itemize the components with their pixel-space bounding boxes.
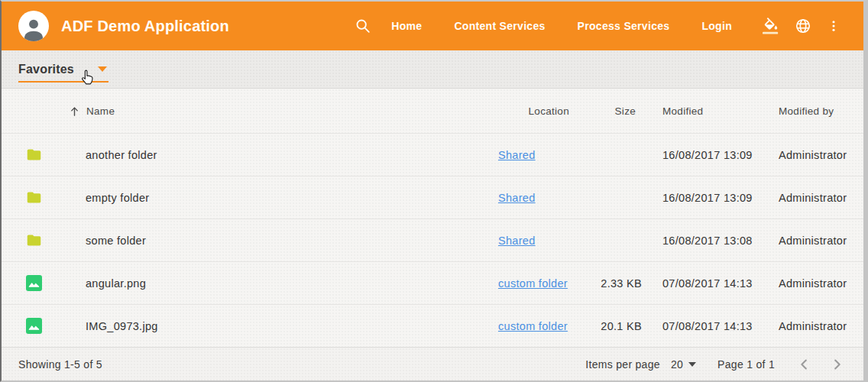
cell-name[interactable]: IMG_0973.jpg <box>86 320 498 332</box>
column-header-modified-by[interactable]: Modified by <box>779 105 850 117</box>
table-header-row: Name Location Size Modified Modified by <box>2 89 863 133</box>
color-fill-icon <box>763 18 779 34</box>
cell-modified-by: Administrator <box>779 235 850 247</box>
chevron-down-icon <box>688 362 696 367</box>
nav-item-process-services[interactable]: Process Services <box>578 20 670 32</box>
column-header-modified[interactable]: Modified <box>642 105 779 117</box>
app-window: ADF Demo Application Home Content Servic… <box>0 0 868 382</box>
cell-location-link[interactable]: custom folder <box>498 277 568 290</box>
document-list: Name Location Size Modified Modified by … <box>2 89 863 347</box>
image-icon <box>26 275 86 291</box>
search-icon[interactable] <box>355 18 371 34</box>
page-nav-buttons <box>796 356 845 373</box>
cell-location-link[interactable]: Shared <box>498 149 536 161</box>
chevron-down-icon[interactable] <box>98 66 107 72</box>
nav-item-login[interactable]: Login <box>701 20 732 32</box>
cell-location-link[interactable]: Shared <box>498 235 536 247</box>
cell-name[interactable]: angular.png <box>86 277 498 290</box>
cell-modified: 07/08/2017 14:13 <box>642 277 779 290</box>
pagination-bar: Showing 1-5 of 5 Items per page 20 Page … <box>2 347 863 380</box>
view-selector-bar: Favorites <box>2 50 863 89</box>
nav-item-home[interactable]: Home <box>391 20 422 32</box>
folder-icon <box>26 189 86 206</box>
active-tab-underline <box>18 81 108 83</box>
app-title: ADF Demo Application <box>61 18 229 35</box>
user-avatar-icon <box>21 15 47 41</box>
column-header-location[interactable]: Location <box>498 105 586 117</box>
globe-icon[interactable] <box>795 18 811 34</box>
showing-range-label: Showing 1-5 of 5 <box>18 358 102 371</box>
items-per-page-value: 20 <box>671 358 683 371</box>
cell-name[interactable]: some folder <box>86 235 498 247</box>
cell-modified-by: Administrator <box>779 149 850 161</box>
table-row[interactable]: IMG_0973.jpg custom folder 20.1 KB 07/08… <box>2 304 863 347</box>
cell-location-link[interactable]: Shared <box>498 192 536 204</box>
toolbar-icon-group <box>763 18 840 34</box>
cell-name[interactable]: another folder <box>86 149 498 161</box>
cell-size: 2.33 KB <box>586 277 642 290</box>
image-icon <box>26 318 86 334</box>
main-nav: Home Content Services Process Services L… <box>391 20 732 32</box>
page-status-label: Page 1 of 1 <box>717 358 775 371</box>
table-row[interactable]: empty folder Shared 16/08/2017 13:09 Adm… <box>2 176 863 219</box>
items-per-page-dropdown[interactable]: Items per page 20 <box>585 358 696 371</box>
theme-picker-button[interactable] <box>763 18 779 34</box>
table-row[interactable]: another folder Shared 16/08/2017 13:09 A… <box>2 133 863 176</box>
cell-modified-by: Administrator <box>779 277 850 290</box>
table-row[interactable]: some folder Shared 16/08/2017 13:08 Admi… <box>2 219 863 261</box>
cell-name[interactable]: empty folder <box>86 192 498 204</box>
cell-modified: 16/08/2017 13:08 <box>642 235 779 247</box>
column-header-size[interactable]: Size <box>586 105 642 117</box>
items-per-page-label: Items per page <box>585 358 660 371</box>
cell-modified: 16/08/2017 13:09 <box>642 192 779 204</box>
chevron-left-icon[interactable] <box>796 356 813 373</box>
more-vert-icon[interactable] <box>827 18 840 34</box>
toolbar: ADF Demo Application Home Content Servic… <box>2 2 863 50</box>
column-header-name[interactable]: Name <box>69 105 498 117</box>
chevron-right-icon[interactable] <box>828 356 845 373</box>
folder-icon <box>26 232 86 248</box>
sort-ascending-icon <box>69 105 80 117</box>
folder-icon <box>26 147 86 163</box>
table-row[interactable]: angular.png custom folder 2.33 KB 07/08/… <box>2 261 863 304</box>
pagination-controls: Items per page 20 Page 1 of 1 <box>585 356 845 373</box>
cell-size: 20.1 KB <box>586 320 642 332</box>
cell-modified-by: Administrator <box>779 192 850 204</box>
column-header-name-label: Name <box>86 105 115 117</box>
cell-modified-by: Administrator <box>779 320 850 332</box>
tab-favorites-label: Favorites <box>18 63 74 76</box>
nav-item-content-services[interactable]: Content Services <box>454 20 545 32</box>
cell-modified: 16/08/2017 13:09 <box>642 149 779 161</box>
cell-location-link[interactable]: custom folder <box>498 320 568 332</box>
user-avatar[interactable] <box>18 11 49 41</box>
cell-modified: 07/08/2017 14:13 <box>642 320 779 332</box>
